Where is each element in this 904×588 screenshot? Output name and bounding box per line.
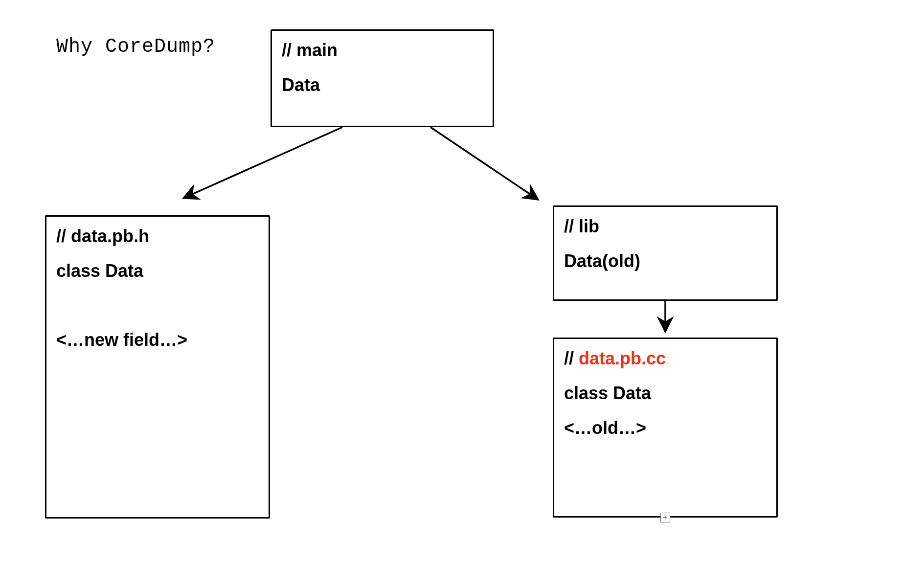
box-header-body2: <…new field…>	[56, 329, 259, 350]
arrow-main-to-header	[183, 127, 342, 198]
box-impl: // data.pb.cc class Data <…old…>	[553, 338, 778, 518]
box-impl-body1: class Data	[564, 383, 767, 404]
box-impl-comment-prefix: //	[564, 348, 579, 368]
box-lib-body: Data(old)	[564, 250, 767, 271]
box-main-comment: // main	[282, 40, 483, 61]
box-lib: // lib Data(old)	[553, 205, 778, 301]
box-header-body1: class Data	[56, 260, 259, 281]
box-impl-body2: <…old…>	[564, 417, 767, 438]
box-main: // main Data	[271, 29, 494, 127]
diagram-title: Why CoreDump?	[56, 36, 215, 58]
box-header: // data.pb.h class Data <…new field…>	[45, 215, 270, 519]
box-header-comment: // data.pb.h	[56, 226, 259, 247]
box-impl-comment: // data.pb.cc	[564, 348, 767, 369]
diagram-canvas: Why CoreDump? // main Data // data.pb.h …	[0, 0, 904, 588]
add-node-handle[interactable]: +	[660, 513, 670, 522]
box-impl-comment-file: data.pb.cc	[579, 348, 666, 368]
arrow-main-to-lib	[430, 127, 538, 200]
box-lib-comment: // lib	[564, 216, 767, 237]
box-main-body: Data	[282, 74, 483, 95]
